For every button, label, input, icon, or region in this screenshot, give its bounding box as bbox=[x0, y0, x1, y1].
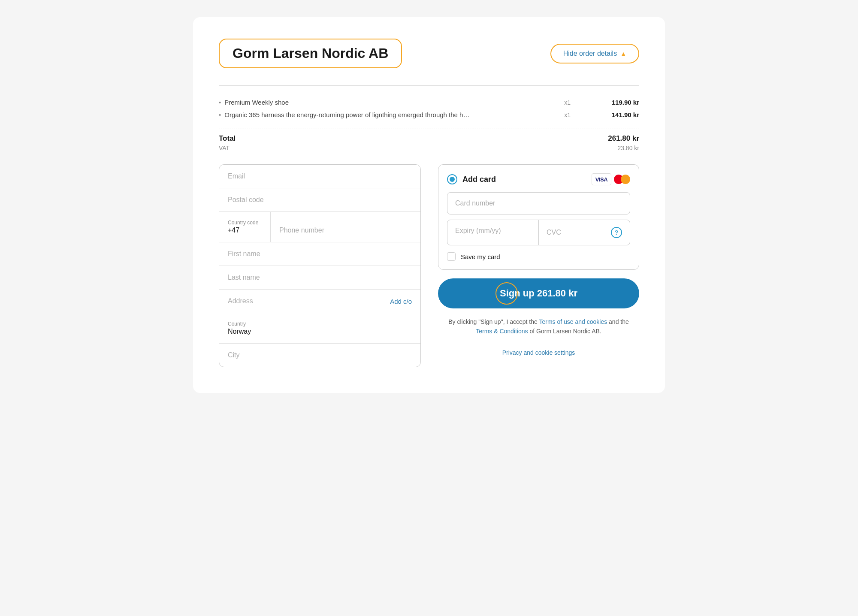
vat-amount: 23.80 kr bbox=[608, 145, 639, 151]
card-header: Add card VISA bbox=[447, 173, 630, 185]
email-input[interactable] bbox=[228, 172, 412, 180]
phone-input[interactable] bbox=[279, 226, 412, 234]
hide-order-label: Hide order details bbox=[563, 50, 617, 57]
address-field-row: Add c/o bbox=[219, 290, 420, 313]
radio-inner bbox=[450, 177, 455, 182]
privacy-link[interactable]: Privacy and cookie settings bbox=[438, 349, 639, 356]
card-number-input[interactable] bbox=[455, 199, 622, 207]
totals-row: Total VAT 261.80 kr 23.80 kr bbox=[219, 129, 639, 151]
order-item-2-right: x1 141.90 kr bbox=[564, 111, 639, 118]
card-header-left: Add card bbox=[447, 174, 496, 184]
mastercard-icon bbox=[614, 173, 630, 185]
order-item-2-name: Organic 365 harness the energy-returning… bbox=[219, 111, 469, 118]
signup-button-label: Sign up 261.80 kr bbox=[500, 288, 577, 299]
country-code-field: Country code +47 bbox=[219, 212, 271, 242]
phone-field bbox=[271, 212, 420, 242]
postal-code-input[interactable] bbox=[228, 196, 412, 204]
cvc-input[interactable] bbox=[547, 229, 611, 236]
add-card-label: Add card bbox=[462, 175, 496, 184]
expiry-field bbox=[447, 220, 539, 245]
totals-label: Total VAT bbox=[219, 134, 236, 151]
header-divider bbox=[219, 85, 639, 86]
order-item-1: Premium Weekly shoe x1 119.90 kr bbox=[219, 99, 639, 106]
order-item-1-qty: x1 bbox=[564, 99, 571, 106]
hide-order-button[interactable]: Hide order details ▲ bbox=[550, 44, 639, 63]
expiry-input[interactable] bbox=[455, 227, 531, 235]
order-item-1-right: x1 119.90 kr bbox=[564, 99, 639, 106]
country-label: Country bbox=[228, 321, 412, 327]
total-label: Total bbox=[219, 134, 236, 143]
cvc-help-icon[interactable]: ? bbox=[611, 227, 622, 238]
add-card-radio[interactable] bbox=[447, 174, 457, 184]
card-number-field bbox=[447, 192, 630, 214]
phone-row: Country code +47 bbox=[219, 212, 420, 242]
save-card-row: Save my card bbox=[447, 252, 630, 261]
city-field-row bbox=[219, 344, 420, 367]
legal-part2: and the bbox=[607, 318, 629, 325]
vat-label: VAT bbox=[219, 145, 236, 151]
order-item-2: Organic 365 harness the energy-returning… bbox=[219, 111, 639, 118]
first-name-field-row bbox=[219, 242, 420, 266]
page-container: Gorm Larsen Nordic AB Hide order details… bbox=[193, 17, 665, 393]
card-section: Add card VISA bbox=[438, 164, 639, 270]
legal-part1: By clicking "Sign up", I accept the bbox=[448, 318, 539, 325]
signup-button[interactable]: Sign up 261.80 kr bbox=[438, 278, 639, 308]
order-item-2-qty: x1 bbox=[564, 112, 571, 118]
brand-logo: Gorm Larsen Nordic AB bbox=[219, 39, 402, 68]
order-items: Premium Weekly shoe x1 119.90 kr Organic… bbox=[219, 99, 639, 118]
save-card-checkbox[interactable] bbox=[447, 252, 456, 261]
visa-icon: VISA bbox=[592, 173, 611, 185]
terms-use-cookies-link[interactable]: Terms of use and cookies bbox=[539, 318, 607, 325]
totals-values: 261.80 kr 23.80 kr bbox=[608, 134, 639, 151]
address-input[interactable] bbox=[228, 297, 390, 305]
last-name-input[interactable] bbox=[228, 274, 412, 281]
left-form: Country code +47 Add c/o Country Norway bbox=[219, 164, 421, 367]
card-icons: VISA bbox=[592, 173, 630, 185]
postal-code-field-row bbox=[219, 188, 420, 212]
order-item-1-price: 119.90 kr bbox=[596, 99, 639, 106]
country-value: Norway bbox=[228, 328, 412, 335]
legal-part3: of Gorm Larsen Nordic AB. bbox=[528, 328, 601, 335]
city-input[interactable] bbox=[228, 351, 412, 359]
country-code-label: Country code bbox=[228, 220, 262, 226]
cvc-field: ? bbox=[539, 220, 630, 245]
country-code-value: +47 bbox=[228, 226, 262, 234]
legal-text: By clicking "Sign up", I accept the Term… bbox=[438, 317, 639, 336]
terms-conditions-link[interactable]: Terms & Conditions bbox=[476, 328, 528, 335]
save-card-label: Save my card bbox=[461, 253, 500, 260]
total-amount: 261.80 kr bbox=[608, 134, 639, 143]
chevron-up-icon: ▲ bbox=[620, 50, 626, 57]
main-content: Country code +47 Add c/o Country Norway bbox=[219, 164, 639, 367]
order-item-1-name: Premium Weekly shoe bbox=[219, 99, 289, 106]
country-field-row: Country Norway bbox=[219, 313, 420, 344]
signup-button-inner: Sign up 261.80 kr bbox=[500, 288, 577, 299]
add-co-link[interactable]: Add c/o bbox=[390, 298, 412, 305]
first-name-input[interactable] bbox=[228, 250, 412, 258]
expiry-cvc-row: ? bbox=[447, 220, 630, 245]
header: Gorm Larsen Nordic AB Hide order details… bbox=[219, 39, 639, 68]
mc-yellow-circle bbox=[621, 175, 630, 184]
right-card: Add card VISA bbox=[438, 164, 639, 367]
last-name-field-row bbox=[219, 266, 420, 290]
order-item-2-price: 141.90 kr bbox=[596, 111, 639, 118]
email-field-row bbox=[219, 165, 420, 188]
